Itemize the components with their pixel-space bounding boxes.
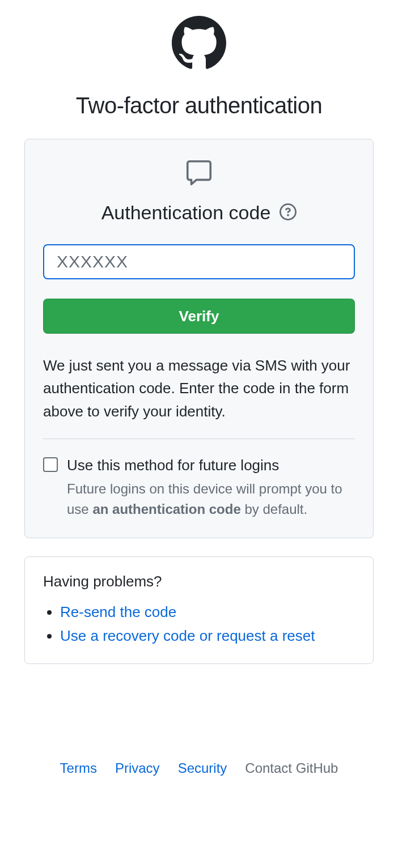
- problems-title: Having problems?: [43, 573, 355, 590]
- problems-panel: Having problems? Re-send the code Use a …: [24, 556, 374, 664]
- future-logins-label[interactable]: Use this method for future logins: [67, 457, 279, 474]
- github-logo-icon[interactable]: [172, 16, 226, 73]
- divider: [43, 439, 355, 439]
- resend-code-link[interactable]: Re-send the code: [60, 603, 176, 620]
- info-text: We just sent you a message via SMS with …: [43, 354, 355, 423]
- authentication-code-input[interactable]: [43, 244, 355, 279]
- footer-contact-link[interactable]: Contact GitHub: [245, 760, 338, 776]
- list-item: Re-send the code: [60, 601, 355, 624]
- auth-panel: Authentication code Verify We just sent …: [24, 139, 374, 538]
- page-title: Two-factor authentication: [76, 93, 322, 118]
- sms-message-icon: [184, 158, 214, 190]
- verify-button[interactable]: Verify: [43, 299, 355, 334]
- footer-terms-link[interactable]: Terms: [60, 760, 97, 776]
- future-logins-hint: Future logins on this device will prompt…: [67, 479, 355, 520]
- future-logins-checkbox[interactable]: [43, 457, 58, 472]
- list-item: Use a recovery code or request a reset: [60, 624, 355, 648]
- help-icon[interactable]: [280, 203, 297, 223]
- recovery-code-link[interactable]: Use a recovery code or request a reset: [60, 627, 315, 644]
- footer: Terms Privacy Security Contact GitHub: [49, 749, 350, 788]
- footer-privacy-link[interactable]: Privacy: [115, 760, 160, 776]
- section-title: Authentication code: [101, 202, 271, 224]
- footer-security-link[interactable]: Security: [178, 760, 227, 776]
